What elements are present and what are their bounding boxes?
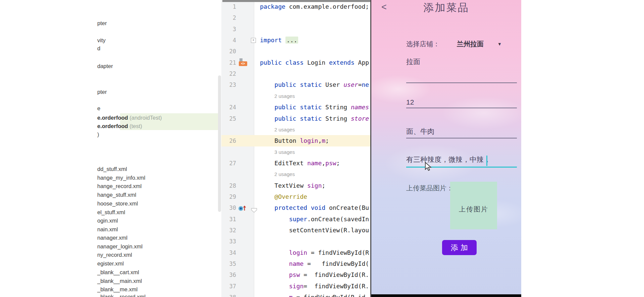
code-line[interactable]: 21<>public class Login extends App: [221, 57, 370, 68]
code-token: [260, 81, 274, 88]
code-line[interactable]: 1package com.example.orderfood;: [221, 1, 370, 12]
project-tree-item[interactable]: dapter: [97, 62, 113, 70]
code-token: = findViewById(R.id.: [293, 294, 369, 297]
project-tree-item[interactable]: ): [97, 130, 99, 138]
project-tree-item[interactable]: nanager.xml: [97, 234, 127, 242]
fold-expand-icon[interactable]: +: [251, 38, 256, 43]
line-number: 31: [221, 214, 236, 225]
usages-hint-row: 3 usages: [221, 146, 370, 158]
page-title: 添加菜品: [371, 1, 521, 15]
dish-price-input[interactable]: 12: [406, 98, 414, 106]
code-line[interactable]: 20: [221, 46, 370, 57]
usages-hint[interactable]: 2 usages: [274, 91, 295, 102]
code-line[interactable]: 31 super.onCreate(savedIn: [221, 214, 370, 225]
project-tree-item[interactable]: _blank__main.xml: [97, 277, 142, 285]
project-tree-item[interactable]: ny_record.xml: [97, 251, 132, 259]
project-tree-item[interactable]: el_stuff.xml: [97, 208, 125, 216]
project-tree-item[interactable]: _blank__me.xml: [97, 285, 138, 293]
project-tree-item[interactable]: pter: [97, 88, 107, 96]
line-number: 32: [221, 225, 236, 236]
project-tree-item[interactable]: e.orderfood (androidTest): [97, 114, 162, 122]
tree-item-label: d: [97, 45, 100, 51]
code-line[interactable]: 22: [221, 68, 370, 79]
project-tree-item[interactable]: ogin.xml: [97, 217, 118, 225]
dish-name-input[interactable]: 拉面: [406, 57, 420, 66]
layout-xml-gutter-icon[interactable]: <>: [239, 58, 248, 67]
project-tree-item[interactable]: hange_stuff.xml: [97, 191, 136, 199]
code-line[interactable]: 25 public static String store: [221, 113, 370, 124]
usages-hint[interactable]: 3 usages: [274, 146, 295, 158]
override-method-gutter-icon[interactable]: [238, 205, 248, 212]
code-line[interactable]: 23 public static User user=ne: [221, 79, 370, 91]
code-line[interactable]: 34 login = findViewById(R: [221, 247, 370, 258]
code-line[interactable]: 38 m = findViewById(R.id.: [221, 292, 370, 297]
line-number: 38: [221, 292, 236, 297]
project-tree-item[interactable]: vity: [97, 36, 106, 44]
code-token: @Override: [274, 193, 307, 200]
code-line-text: protected void onCreate(Bu: [260, 202, 369, 214]
code-line[interactable]: 35 name = findViewById(: [221, 258, 370, 270]
code-token: ;: [322, 182, 325, 189]
code-token: = findViewById(R: [307, 249, 369, 256]
code-editor[interactable]: 1package com.example.orderfood;234+impor…: [221, 0, 370, 297]
project-panel-scrollbar[interactable]: [218, 75, 221, 212]
project-tree-item[interactable]: d: [97, 44, 100, 52]
project-tree-item[interactable]: hoose_store.xml: [97, 199, 138, 207]
code-line[interactable]: 37 sign= findViewById(R.: [221, 281, 370, 292]
store-select-value[interactable]: 兰州拉面: [457, 40, 484, 49]
tree-item-label: _blank__me.xml: [97, 286, 138, 292]
code-token: ;: [336, 160, 340, 167]
code-line[interactable]: 29 @Override: [221, 191, 370, 202]
project-tree-item[interactable]: pter: [97, 19, 107, 27]
project-tree-item[interactable]: hange_my_info.xml: [97, 174, 145, 182]
project-tree-item[interactable]: nanager_login.xml: [97, 242, 143, 250]
add-dish-button[interactable]: 添加: [442, 240, 477, 255]
code-line[interactable]: 24 public static String names: [221, 102, 370, 113]
code-line[interactable]: 32 setContentView(R.layou: [221, 225, 370, 236]
code-line[interactable]: 27 EditText name,psw;: [221, 158, 370, 169]
dish-ingredients-underline: [406, 138, 517, 138]
code-token: public static: [274, 81, 322, 88]
store-select-label: 选择店铺：: [406, 40, 440, 49]
tree-item-label: el_stuff.xml: [97, 209, 125, 215]
code-line[interactable]: 36 psw = findViewById(R.: [221, 269, 370, 281]
usages-hint[interactable]: 2 usages: [274, 124, 295, 135]
code-token: [260, 271, 289, 278]
code-token: ;: [325, 137, 329, 144]
add-dish-button-label: 添加: [448, 243, 470, 253]
code-line[interactable]: 30 protected void onCreate(Bu: [221, 202, 370, 214]
code-line[interactable]: 2: [221, 12, 370, 23]
code-line[interactable]: 28 TextView sign;: [221, 180, 370, 191]
project-tree-item[interactable]: dd_stuff.xml: [97, 165, 127, 173]
tree-item-label: hange_my_info.xml: [97, 175, 145, 181]
dish-spiciness-input[interactable]: 有三种辣度，微辣，中辣，: [406, 155, 491, 164]
project-tree-item[interactable]: nain.xml: [97, 225, 118, 233]
dropdown-arrow-icon[interactable]: ▼: [497, 42, 502, 47]
code-token: login: [289, 249, 307, 256]
line-number: 25: [221, 113, 236, 124]
tree-item-label: _blank__main.xml: [97, 278, 142, 284]
dish-ingredients-input[interactable]: 面、牛肉: [406, 127, 434, 136]
project-tree-item[interactable]: _blank__record.xml: [97, 293, 146, 297]
project-tree-item[interactable]: e: [97, 104, 100, 112]
code-token: [260, 216, 289, 223]
code-line[interactable]: 26 Button login,m;: [221, 135, 370, 146]
navigation-bar: [371, 294, 521, 297]
tree-item-label: ny_record.xml: [97, 252, 132, 258]
tree-item-label: pter: [97, 89, 107, 95]
project-tree-item[interactable]: e.orderfood (test): [97, 122, 142, 130]
usages-hint[interactable]: 2 usages: [274, 169, 295, 180]
code-line[interactable]: 33: [221, 236, 370, 247]
project-tree-item[interactable]: _blank__cart.xml: [97, 268, 139, 276]
code-token: [260, 283, 289, 290]
tree-item-label: ogin.xml: [97, 218, 118, 224]
code-token: User: [322, 81, 343, 88]
project-tree-item[interactable]: hange_record.xml: [97, 182, 142, 190]
upload-image-box[interactable]: 上传图片: [450, 182, 497, 229]
tree-item-label: e.orderfood: [97, 115, 128, 121]
code-line[interactable]: 3: [221, 23, 370, 35]
project-tree-item[interactable]: egister.xml: [97, 259, 124, 268]
code-line[interactable]: 4+import ...: [221, 35, 370, 46]
line-number: 34: [221, 247, 236, 258]
code-token: com.example.orderfood;: [285, 3, 369, 10]
